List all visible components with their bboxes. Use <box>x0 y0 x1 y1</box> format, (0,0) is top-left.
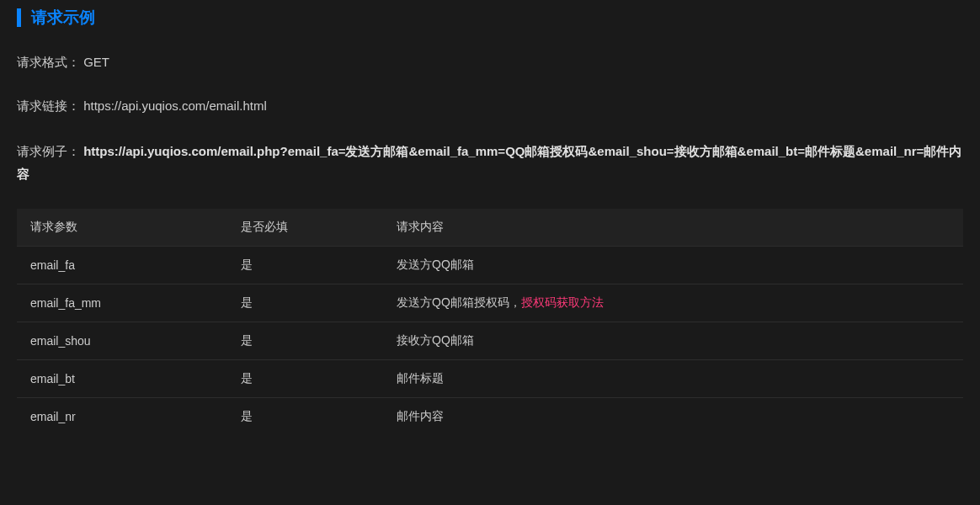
cell-content-text: 发送方QQ邮箱授权码， <box>397 295 521 309</box>
cell-required: 是 <box>227 322 383 360</box>
request-format-value: GET <box>83 55 109 69</box>
cell-content-text: 接收方QQ邮箱 <box>397 333 474 347</box>
header-required: 是否必填 <box>227 209 383 247</box>
table-row: email_fa 是 发送方QQ邮箱 <box>17 247 963 284</box>
table-row: email_nr 是 邮件内容 <box>17 398 963 436</box>
table-row: email_shou 是 接收方QQ邮箱 <box>17 322 963 360</box>
cell-content-text: 邮件标题 <box>397 371 444 385</box>
cell-param: email_shou <box>17 322 227 360</box>
cell-param: email_fa_mm <box>17 284 227 322</box>
section-header: 请求示例 <box>17 7 963 29</box>
section-accent-bar <box>17 8 21 27</box>
cell-content: 邮件标题 <box>383 360 963 398</box>
cell-content: 发送方QQ邮箱授权码，授权码获取方法 <box>383 284 963 322</box>
cell-param: email_bt <box>17 360 227 398</box>
cell-param: email_fa <box>17 247 227 284</box>
cell-content: 发送方QQ邮箱 <box>383 247 963 284</box>
cell-required: 是 <box>227 360 383 398</box>
cell-required: 是 <box>227 398 383 436</box>
params-table-header-row: 请求参数 是否必填 请求内容 <box>17 209 963 247</box>
header-content: 请求内容 <box>383 209 963 247</box>
cell-required: 是 <box>227 284 383 322</box>
cell-content-text: 发送方QQ邮箱 <box>397 258 474 271</box>
params-table-body: email_fa 是 发送方QQ邮箱 email_fa_mm 是 发送方QQ邮箱… <box>17 247 963 436</box>
request-format-line: 请求格式： GET <box>17 52 963 72</box>
table-row: email_fa_mm 是 发送方QQ邮箱授权码，授权码获取方法 <box>17 284 963 322</box>
auth-code-link[interactable]: 授权码获取方法 <box>521 295 604 309</box>
request-example-label: 请求例子： <box>17 144 80 158</box>
cell-required: 是 <box>227 247 383 284</box>
cell-content-text: 邮件内容 <box>397 409 444 423</box>
cell-content: 邮件内容 <box>383 398 963 436</box>
header-param: 请求参数 <box>17 209 227 247</box>
cell-param: email_nr <box>17 398 227 436</box>
request-example-line: 请求例子： https://api.yuqios.com/email.php?e… <box>17 140 963 185</box>
request-url-label: 请求链接： <box>17 98 80 113</box>
request-url-line: 请求链接： https://api.yuqios.com/email.html <box>17 96 963 116</box>
table-row: email_bt 是 邮件标题 <box>17 360 963 398</box>
cell-content: 接收方QQ邮箱 <box>383 322 963 360</box>
request-example-value: https://api.yuqios.com/email.php?email_f… <box>17 144 961 181</box>
params-table-head: 请求参数 是否必填 请求内容 <box>17 209 963 247</box>
params-table: 请求参数 是否必填 请求内容 email_fa 是 发送方QQ邮箱 email_… <box>17 209 963 435</box>
section-title: 请求示例 <box>31 7 95 29</box>
request-url-value: https://api.yuqios.com/email.html <box>83 98 267 113</box>
request-format-label: 请求格式： <box>17 55 80 69</box>
